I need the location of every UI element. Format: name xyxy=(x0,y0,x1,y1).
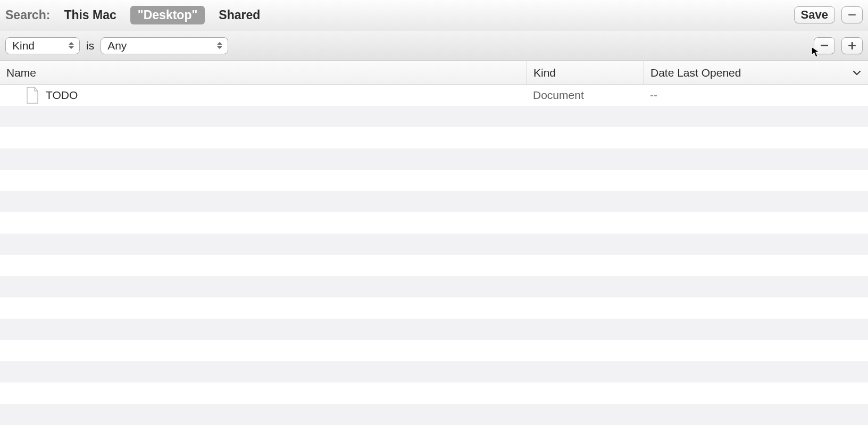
criteria-attribute-popup[interactable]: Kind xyxy=(5,37,80,54)
remove-criteria-button[interactable] xyxy=(814,37,835,54)
criteria-operator-label: is xyxy=(86,39,94,52)
search-label: Search: xyxy=(5,8,50,22)
cell-date: -- xyxy=(644,85,868,106)
minus-icon xyxy=(848,14,856,16)
results-list: TODODocument-- xyxy=(0,85,868,425)
add-criteria-button[interactable] xyxy=(841,37,863,54)
minus-icon xyxy=(821,45,828,46)
table-row xyxy=(0,383,868,404)
cell-kind: Document xyxy=(527,85,644,106)
table-row xyxy=(0,276,868,297)
column-header-kind-label: Kind xyxy=(533,67,556,79)
table-row xyxy=(0,297,868,319)
file-name: TODO xyxy=(46,89,78,102)
column-header-name-label: Name xyxy=(6,67,36,79)
table-row xyxy=(0,255,868,276)
table-row xyxy=(0,170,868,191)
table-row xyxy=(0,148,868,170)
updown-icon xyxy=(68,42,75,49)
updown-icon xyxy=(216,42,223,49)
scope-tab-shared[interactable]: Shared xyxy=(211,6,268,24)
criteria-attribute-label: Kind xyxy=(12,39,35,52)
table-row xyxy=(0,127,868,148)
collapse-search-button[interactable] xyxy=(841,6,863,23)
table-row xyxy=(0,361,868,383)
criteria-value-popup[interactable]: Any xyxy=(101,37,228,54)
column-header-date[interactable]: Date Last Opened xyxy=(644,61,868,84)
search-criteria-row: Kind is Any xyxy=(0,30,868,61)
chevron-down-icon xyxy=(852,68,862,78)
column-header-date-label: Date Last Opened xyxy=(650,67,741,79)
table-row xyxy=(0,106,868,127)
table-row xyxy=(0,212,868,234)
search-scope-bar: Search: This Mac "Desktop" Shared Save xyxy=(0,0,868,30)
criteria-value-label: Any xyxy=(107,39,127,52)
table-row xyxy=(0,404,868,425)
plus-icon xyxy=(848,42,856,49)
table-row xyxy=(0,340,868,361)
document-icon xyxy=(26,87,39,104)
column-header-name[interactable]: Name xyxy=(0,61,527,84)
cell-name: TODO xyxy=(0,85,527,106)
scope-tab-this-mac[interactable]: This Mac xyxy=(56,6,123,24)
scope-tab-desktop[interactable]: "Desktop" xyxy=(130,6,205,24)
table-row xyxy=(0,234,868,255)
save-button-label: Save xyxy=(801,8,828,22)
save-search-button[interactable]: Save xyxy=(794,6,835,23)
table-row[interactable]: TODODocument-- xyxy=(0,85,868,106)
table-row xyxy=(0,319,868,340)
table-row xyxy=(0,191,868,212)
column-header-row: Name Kind Date Last Opened xyxy=(0,61,868,85)
column-header-kind[interactable]: Kind xyxy=(527,61,644,84)
